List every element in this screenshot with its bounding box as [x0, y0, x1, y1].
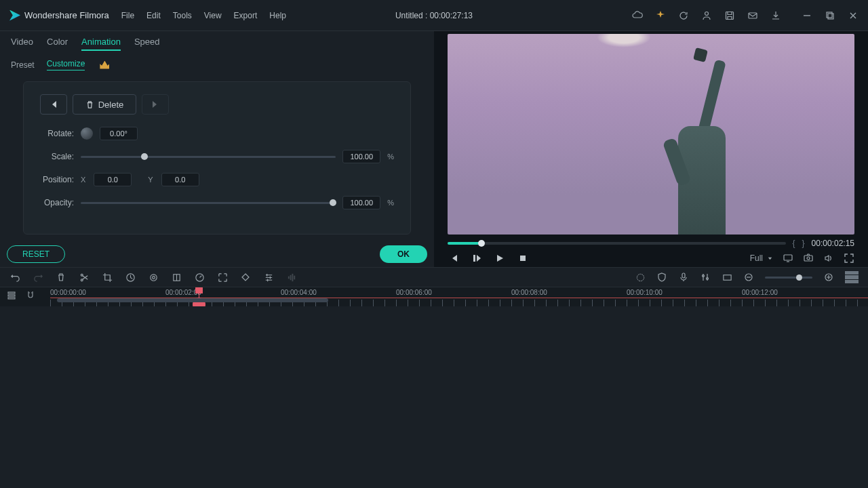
tab-speed[interactable]: Speed	[134, 37, 160, 51]
reset-button[interactable]: RESET	[7, 245, 65, 263]
play-pause-button[interactable]	[471, 252, 483, 264]
position-y-value[interactable]	[161, 173, 199, 186]
rotate-dial[interactable]	[81, 127, 93, 140]
opacity-slider[interactable]	[81, 197, 336, 208]
position-label: Position:	[40, 175, 74, 184]
render-icon[interactable]	[635, 272, 646, 283]
tab-color[interactable]: Color	[47, 37, 68, 51]
zoom-out-icon[interactable]	[743, 272, 754, 283]
timeline: 00:00:00:00 00:00:02:00 00:00:04:00 00:0…	[0, 287, 868, 306]
refresh-icon[interactable]	[678, 10, 689, 21]
next-keyframe-button	[142, 94, 169, 115]
svg-rect-7	[784, 255, 792, 260]
shield-icon[interactable]	[656, 272, 667, 283]
ruler-mark: 00:00:00:00	[50, 289, 86, 296]
delete-icon[interactable]	[56, 272, 66, 283]
project-title: Untitled : 00:00:27:13	[395, 11, 473, 20]
ruler-mark: 00:00:06:00	[396, 289, 432, 296]
mixer-icon[interactable]	[700, 272, 711, 283]
display-icon[interactable]	[783, 253, 793, 264]
menu-export[interactable]: Export	[234, 11, 258, 20]
scale-value[interactable]	[342, 150, 380, 163]
svg-rect-4	[828, 14, 833, 19]
zoom-in-icon[interactable]	[823, 272, 834, 283]
timeline-scrollbar[interactable]	[50, 297, 868, 304]
marker-icon[interactable]	[194, 272, 205, 283]
minimize-icon[interactable]	[802, 10, 812, 21]
animation-subtabs: Preset Customize	[0, 55, 434, 77]
color-icon[interactable]	[148, 272, 159, 283]
subtab-preset[interactable]: Preset	[11, 60, 35, 70]
play-button[interactable]	[494, 252, 506, 264]
preview-quality-dropdown[interactable]: Full	[750, 253, 773, 263]
svg-rect-6	[520, 256, 526, 261]
position-x-value[interactable]	[94, 173, 132, 186]
scale-slider[interactable]	[81, 151, 336, 162]
ruler-mark: 00:00:08:00	[511, 289, 547, 296]
menu-tools[interactable]: Tools	[173, 11, 192, 20]
svg-rect-3	[827, 12, 832, 18]
timeline-toolbar	[0, 267, 868, 287]
magnet-icon[interactable]	[26, 290, 35, 300]
track-manager-icon[interactable]	[7, 290, 16, 300]
sparkle-icon[interactable]	[655, 10, 666, 21]
mic-icon[interactable]	[678, 272, 689, 283]
preview-timecode: 00:00:02:15	[812, 239, 854, 248]
fullscreen-icon[interactable]	[844, 253, 854, 264]
keyframe-icon[interactable]	[240, 272, 251, 283]
preview-scrubber[interactable]	[448, 242, 786, 245]
inspector-tabs: Video Color Animation Speed	[0, 31, 434, 55]
mail-icon[interactable]	[747, 10, 758, 21]
preview-content	[597, 34, 651, 47]
expand-icon[interactable]	[217, 272, 228, 283]
app-name: Wondershare Filmora	[24, 10, 109, 20]
rotate-label: Rotate:	[40, 129, 74, 138]
prev-keyframe-button[interactable]	[40, 94, 67, 115]
undo-icon[interactable]	[9, 272, 20, 283]
speed-icon[interactable]	[125, 272, 136, 283]
cloud-icon[interactable]	[632, 10, 643, 21]
delete-keyframe-button[interactable]: Delete	[73, 94, 136, 115]
snapshot-icon[interactable]	[803, 253, 814, 264]
rotate-value[interactable]	[100, 127, 138, 140]
svg-point-14	[152, 276, 155, 279]
svg-rect-29	[8, 295, 15, 296]
subtab-customize[interactable]: Customize	[47, 59, 85, 70]
logo-icon	[9, 10, 20, 21]
stop-button[interactable]	[517, 252, 529, 264]
split-icon[interactable]	[79, 272, 90, 283]
menu-help[interactable]: Help	[269, 11, 286, 20]
volume-icon[interactable]	[823, 253, 834, 264]
ruler-mark: 00:00:10:00	[627, 289, 663, 296]
tab-video[interactable]: Video	[11, 37, 33, 51]
menu-view[interactable]: View	[204, 11, 222, 20]
step-back-button[interactable]	[448, 252, 460, 264]
zoom-slider[interactable]	[765, 277, 812, 279]
mark-in-icon[interactable]: {	[793, 239, 795, 248]
menu-file[interactable]: File	[121, 11, 134, 20]
save-icon[interactable]	[724, 10, 735, 21]
svg-rect-22	[682, 273, 685, 278]
ruler-mark: 00:00:12:00	[742, 289, 778, 296]
aspect-icon[interactable]	[722, 272, 732, 283]
opacity-value[interactable]	[342, 196, 380, 209]
download-icon[interactable]	[770, 10, 781, 21]
tab-animation[interactable]: Animation	[81, 37, 121, 51]
crop-icon[interactable]	[102, 272, 113, 283]
opacity-label: Opacity:	[40, 198, 74, 207]
svg-rect-30	[8, 298, 15, 299]
user-icon[interactable]	[701, 10, 712, 21]
maximize-icon[interactable]	[825, 10, 835, 21]
svg-rect-20	[294, 275, 295, 279]
menu-edit[interactable]: Edit	[146, 11, 161, 20]
preview-viewport[interactable]	[448, 34, 854, 235]
opacity-unit: %	[387, 199, 394, 207]
position-x-label: X	[81, 176, 85, 184]
mark-out-icon[interactable]: }	[802, 239, 805, 248]
track-height-icon[interactable]	[845, 271, 859, 283]
close-icon[interactable]	[848, 10, 859, 21]
greenscreen-icon[interactable]	[171, 272, 182, 283]
adjust-icon[interactable]	[263, 272, 274, 283]
ok-button[interactable]: OK	[380, 245, 427, 263]
svg-rect-19	[292, 273, 293, 281]
